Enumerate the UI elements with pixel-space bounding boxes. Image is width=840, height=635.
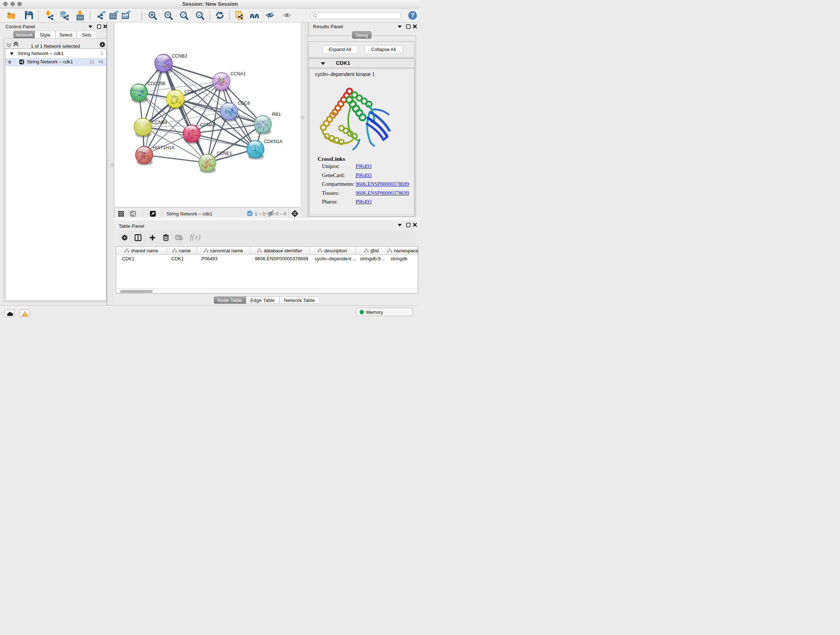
svg-text:RB1: RB1 [272, 111, 281, 117]
svg-text:CDC25B: CDC25B [148, 81, 165, 86]
svg-text:HIST1H1A: HIST1H1A [153, 145, 174, 150]
svg-text:CCNE1: CCNE1 [217, 150, 232, 156]
svg-text:?: ? [411, 12, 414, 19]
svg-text:CDC6: CDC6 [238, 100, 250, 105]
svg-text:CCNB2: CCNB2 [172, 53, 187, 58]
svg-text:CDK1: CDK1 [185, 89, 196, 94]
svg-text:CCNB1: CCNB1 [152, 119, 167, 125]
svg-text:CDKN1A: CDKN1A [264, 139, 283, 144]
svg-text:CCNA2: CCNA2 [200, 122, 215, 127]
svg-text:CCNA1: CCNA1 [231, 71, 246, 76]
